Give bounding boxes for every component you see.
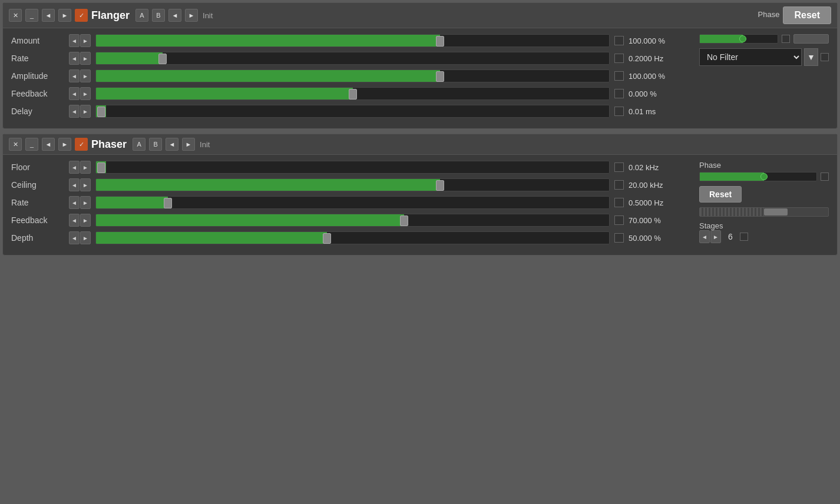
phaser-stages-next[interactable]: ► <box>710 230 721 243</box>
flanger-feedback-slider[interactable] <box>95 87 610 100</box>
flanger-b-button[interactable]: B <box>152 9 165 22</box>
phaser-ceiling-stepper: ◄ ► <box>69 178 91 191</box>
phaser-ceiling-row: Ceiling ◄ ► 20.00 kHz <box>11 178 687 191</box>
phaser-ceiling-checkbox[interactable] <box>614 180 624 190</box>
flanger-reset-button[interactable]: Reset <box>783 6 831 24</box>
flanger-filter-arrow[interactable]: ▼ <box>804 48 818 66</box>
phaser-feedback-label: Feedback <box>11 215 64 225</box>
phaser-panel: ✕ _ ◄ ► ✓ Phaser A B ◄ ► Init Floor ◄ ► <box>2 134 838 256</box>
phaser-feedback-prev[interactable]: ◄ <box>69 214 80 227</box>
phaser-stages-checkbox[interactable] <box>740 233 748 241</box>
phaser-b-button[interactable]: B <box>149 138 162 151</box>
phaser-next2-button[interactable]: ► <box>182 138 195 151</box>
flanger-amount-next[interactable]: ► <box>80 34 91 47</box>
phaser-floor-stepper: ◄ ► <box>69 161 91 174</box>
flanger-amount-prev[interactable]: ◄ <box>69 34 80 47</box>
phaser-rate-display <box>699 207 829 217</box>
flanger-title: Flanger <box>91 9 130 22</box>
phaser-prev-button[interactable]: ◄ <box>42 138 55 151</box>
flanger-filter-select[interactable]: No Filter <box>699 48 802 66</box>
flanger-feedback-checkbox[interactable] <box>614 89 624 98</box>
flanger-amplitude-stepper: ◄ ► <box>69 69 91 82</box>
phaser-feedback-stepper: ◄ ► <box>69 214 91 227</box>
flanger-phase-checkbox[interactable] <box>782 35 790 43</box>
phaser-controls: Floor ◄ ► 0.02 kHz Ceiling ◄ ► <box>11 161 687 249</box>
flanger-rate-value: 0.2000 Hz <box>629 54 687 63</box>
phaser-a-button[interactable]: A <box>133 138 145 151</box>
phaser-minimize-button[interactable]: _ <box>25 138 38 151</box>
flanger-feedback-prev[interactable]: ◄ <box>69 87 80 100</box>
phaser-enable-checkbox[interactable]: ✓ <box>75 138 88 151</box>
flanger-amplitude-prev[interactable]: ◄ <box>69 69 80 82</box>
flanger-delay-slider[interactable] <box>95 105 610 118</box>
phaser-stages-section: Stages ◄ ► 6 <box>699 221 829 243</box>
phaser-stages-row: ◄ ► 6 <box>699 230 829 243</box>
flanger-rate-next[interactable]: ► <box>80 52 91 65</box>
flanger-delay-next[interactable]: ► <box>80 105 91 118</box>
phaser-ceiling-slider[interactable] <box>95 178 610 191</box>
phaser-rate-value: 0.5000 Hz <box>629 198 687 207</box>
flanger-delay-checkbox[interactable] <box>614 107 624 116</box>
phaser-phase-section: Phase <box>699 161 829 181</box>
flanger-amplitude-checkbox[interactable] <box>614 71 624 81</box>
flanger-filter-checkbox[interactable] <box>821 53 829 61</box>
phaser-phase-checkbox[interactable] <box>821 173 829 181</box>
phaser-stages-label: Stages <box>699 221 829 230</box>
flanger-amount-checkbox[interactable] <box>614 36 624 45</box>
flanger-feedback-next[interactable]: ► <box>80 87 91 100</box>
phaser-stages-prev[interactable]: ◄ <box>699 230 710 243</box>
flanger-prev2-button[interactable]: ◄ <box>168 9 181 22</box>
flanger-rate-prev[interactable]: ◄ <box>69 52 80 65</box>
phaser-rate-prev[interactable]: ◄ <box>69 196 80 209</box>
phaser-feedback-checkbox[interactable] <box>614 215 624 225</box>
flanger-rate-checkbox[interactable] <box>614 54 624 63</box>
flanger-amplitude-slider[interactable] <box>95 69 610 82</box>
flanger-next-button[interactable]: ► <box>58 9 71 22</box>
flanger-minimize-button[interactable]: _ <box>25 9 38 22</box>
phaser-rate-next[interactable]: ► <box>80 196 91 209</box>
phaser-title: Phaser <box>91 138 127 151</box>
phaser-reset-button[interactable]: Reset <box>699 186 742 203</box>
phaser-ceiling-prev[interactable]: ◄ <box>69 178 80 191</box>
phaser-rate-slider[interactable] <box>95 196 610 209</box>
phaser-floor-slider[interactable] <box>95 161 610 174</box>
phaser-floor-prev[interactable]: ◄ <box>69 161 80 174</box>
flanger-amount-label: Amount <box>11 36 64 45</box>
flanger-next2-button[interactable]: ► <box>185 9 198 22</box>
flanger-amplitude-value: 100.000 % <box>629 72 687 81</box>
phaser-feedback-slider[interactable] <box>95 214 610 227</box>
flanger-close-button[interactable]: ✕ <box>9 9 22 22</box>
flanger-amount-slider[interactable] <box>95 34 610 47</box>
flanger-delay-row: Delay ◄ ► 0.01 ms <box>11 105 687 118</box>
phaser-prev2-button[interactable]: ◄ <box>166 138 178 151</box>
phaser-phase-slider[interactable] <box>699 172 817 181</box>
phaser-floor-checkbox[interactable] <box>614 163 624 172</box>
phaser-depth-prev[interactable]: ◄ <box>69 231 80 244</box>
phaser-rate-checkbox[interactable] <box>614 198 624 207</box>
flanger-phase-row <box>699 34 829 44</box>
flanger-enable-checkbox[interactable]: ✓ <box>75 9 88 22</box>
phaser-rate-stepper: ◄ ► <box>69 196 91 209</box>
flanger-prev-button[interactable]: ◄ <box>42 9 55 22</box>
phaser-depth-checkbox[interactable] <box>614 233 624 243</box>
flanger-phase-slider[interactable] <box>699 34 778 44</box>
phaser-floor-next[interactable]: ► <box>80 161 91 174</box>
phaser-depth-row: Depth ◄ ► 50.000 % <box>11 231 687 244</box>
phaser-next-button[interactable]: ► <box>58 138 71 151</box>
phaser-floor-row: Floor ◄ ► 0.02 kHz <box>11 161 687 174</box>
phaser-depth-next[interactable]: ► <box>80 231 91 244</box>
phaser-content: Floor ◄ ► 0.02 kHz Ceiling ◄ ► <box>3 155 837 255</box>
phaser-feedback-next[interactable]: ► <box>80 214 91 227</box>
phaser-ceiling-next[interactable]: ► <box>80 178 91 191</box>
flanger-panel: ✕ _ ◄ ► ✓ Flanger A B ◄ ► Init Phase Res… <box>2 2 838 129</box>
phaser-rate-label: Rate <box>11 198 64 207</box>
flanger-feedback-value: 0.000 % <box>629 89 687 98</box>
flanger-amplitude-next[interactable]: ► <box>80 69 91 82</box>
flanger-rate-slider[interactable] <box>95 52 610 65</box>
phaser-close-button[interactable]: ✕ <box>9 138 22 151</box>
phaser-depth-slider[interactable] <box>95 231 610 244</box>
flanger-a-button[interactable]: A <box>135 9 148 22</box>
flanger-delay-prev[interactable]: ◄ <box>69 105 80 118</box>
phaser-feedback-row: Feedback ◄ ► 70.000 % <box>11 214 687 227</box>
phaser-phase-row <box>699 172 829 181</box>
